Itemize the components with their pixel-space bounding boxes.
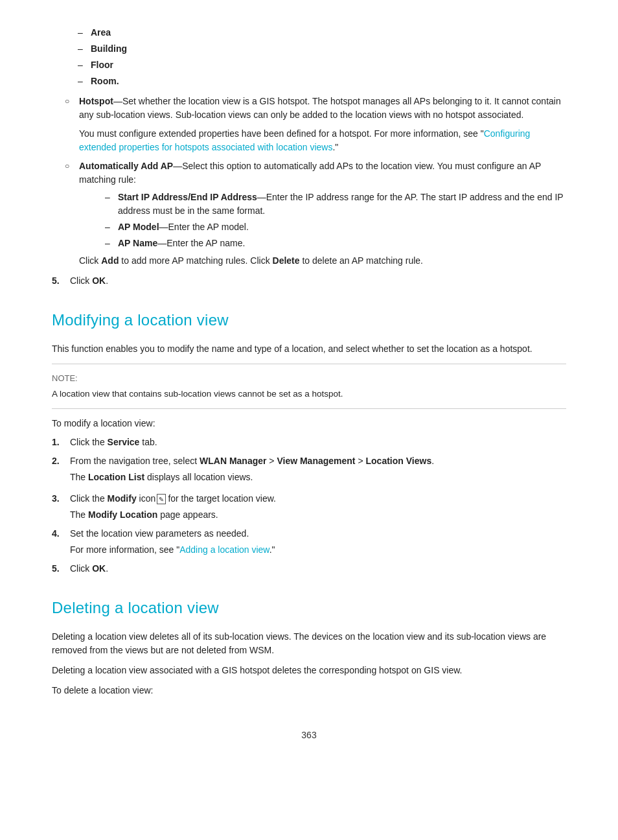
list-item: Room. bbox=[78, 75, 566, 88]
section-title-delete: Deleting a location view bbox=[52, 596, 566, 620]
ap-matching-list: Start IP Address/End IP Address—Enter th… bbox=[79, 191, 566, 250]
list-item-auto-ap: Automatically Add AP—Select this option … bbox=[65, 159, 566, 268]
step2-sub: The Location List displays all location … bbox=[70, 471, 566, 484]
add-bold: Add bbox=[101, 255, 119, 266]
step5-body: Click OK. bbox=[70, 274, 108, 288]
ok-bold: OK bbox=[92, 275, 106, 286]
hotspot-note: You must configure extended properties h… bbox=[79, 127, 566, 154]
adding-location-view-link[interactable]: Adding a location view bbox=[179, 544, 269, 555]
item-area: Area bbox=[91, 27, 111, 38]
note-box: NOTE: A location view that contains sub-… bbox=[52, 372, 566, 401]
step5-num: 5. bbox=[52, 274, 70, 288]
modify-location-bold: Modify Location bbox=[88, 509, 157, 520]
step2-num: 2. bbox=[52, 454, 70, 487]
step3-body: Click the Modify icon✎ for the target lo… bbox=[70, 492, 566, 522]
delete-para3: To delete a location view: bbox=[52, 684, 566, 697]
view-management-bold: View Management bbox=[277, 456, 355, 466]
wlan-manager-bold: WLAN Manager bbox=[200, 456, 266, 466]
content: Area Building Floor Room. Hotspot—Set wh… bbox=[52, 26, 566, 742]
step5b-body: Click OK. bbox=[70, 562, 566, 576]
ap-model-label: AP Model bbox=[118, 222, 159, 232]
service-tab-bold: Service bbox=[108, 437, 140, 447]
modify-step-1: 1. Click the Service tab. bbox=[52, 436, 566, 449]
hotspot-link[interactable]: Configuring extended properties for hots… bbox=[79, 128, 530, 152]
note-divider-bottom bbox=[52, 408, 566, 409]
list-item: AP Model—Enter the AP model. bbox=[105, 220, 566, 234]
step1-body: Click the Service tab. bbox=[70, 436, 566, 449]
ok-bold-2: OK bbox=[92, 563, 106, 574]
top-dash-list: Area Building Floor Room. bbox=[52, 26, 566, 88]
note-divider-top bbox=[52, 364, 566, 364]
list-item: AP Name—Enter the AP name. bbox=[105, 237, 566, 250]
step3-num: 3. bbox=[52, 492, 70, 522]
modify-step-2: 2. From the navigation tree, select WLAN… bbox=[52, 454, 566, 487]
add-delete-note: Click Add to add more AP matching rules.… bbox=[79, 254, 566, 268]
list-item: Area bbox=[78, 26, 566, 40]
step4-body: Set the location view parameters as need… bbox=[70, 527, 566, 557]
modify-steps-list: 1. Click the Service tab. 2. From the na… bbox=[52, 436, 566, 576]
step1-num: 1. bbox=[52, 436, 70, 449]
to-modify-text: To modify a location view: bbox=[52, 417, 566, 430]
list-item: Floor bbox=[78, 58, 566, 72]
circle-list: Hotspot—Set whether the location view is… bbox=[52, 95, 566, 268]
note-label: NOTE: bbox=[52, 372, 566, 385]
modify-step-5: 5. Click OK. bbox=[52, 562, 566, 576]
hotspot-label: Hotspot bbox=[79, 96, 113, 106]
modify-intro: This function enables you to modify the … bbox=[52, 342, 566, 356]
item-building: Building bbox=[91, 43, 127, 54]
step5b-num: 5. bbox=[52, 562, 70, 576]
modify-step-3: 3. Click the Modify icon✎ for the target… bbox=[52, 492, 566, 522]
item-floor: Floor bbox=[91, 60, 113, 70]
page: Area Building Floor Room. Hotspot—Set wh… bbox=[0, 0, 618, 840]
modify-step-4: 4. Set the location view parameters as n… bbox=[52, 527, 566, 557]
page-number: 363 bbox=[52, 729, 566, 742]
delete-para1: Deleting a location view deletes all of … bbox=[52, 630, 566, 657]
list-item: Start IP Address/End IP Address—Enter th… bbox=[105, 191, 566, 218]
delete-para2: Deleting a location view associated with… bbox=[52, 664, 566, 677]
modify-icon: ✎ bbox=[157, 494, 165, 504]
step4-num: 4. bbox=[52, 527, 70, 557]
list-item: Building bbox=[78, 42, 566, 56]
step3-sub: The Modify Location page appears. bbox=[70, 508, 566, 522]
auto-ap-label: Automatically Add AP bbox=[79, 161, 173, 171]
item-room: Room. bbox=[91, 76, 119, 86]
location-views-bold: Location Views bbox=[366, 456, 432, 466]
ap-name-label: AP Name bbox=[118, 238, 157, 248]
list-item-hotspot: Hotspot—Set whether the location view is… bbox=[65, 95, 566, 154]
delete-bold: Delete bbox=[273, 255, 300, 266]
step2-body: From the navigation tree, select WLAN Ma… bbox=[70, 454, 566, 487]
step5-click-ok: 5. Click OK. bbox=[52, 274, 566, 288]
location-list-bold: Location List bbox=[88, 472, 144, 482]
note-text: A location view that contains sub-locati… bbox=[52, 388, 566, 401]
section-title-modify: Modifying a location view bbox=[52, 309, 566, 332]
step4-sub: For more information, see "Adding a loca… bbox=[70, 543, 566, 557]
modify-bold: Modify bbox=[108, 493, 137, 504]
start-ip-label: Start IP Address/End IP Address bbox=[118, 192, 257, 202]
